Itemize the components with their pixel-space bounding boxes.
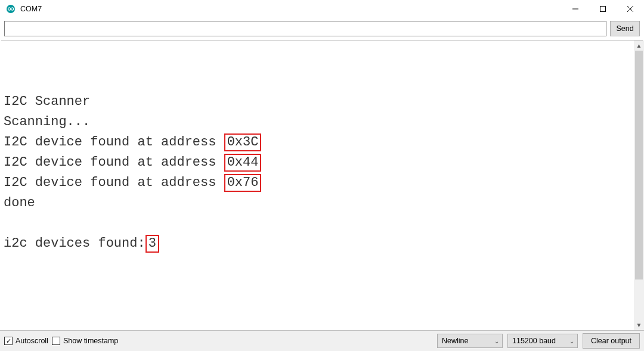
highlight-box: 0x3C [224, 133, 262, 151]
scroll-track[interactable] [634, 51, 644, 320]
titlebar: COM7 [0, 0, 644, 18]
clear-output-button[interactable]: Clear output [583, 333, 640, 349]
output-line: done [4, 193, 634, 213]
output-line: I2C device found at address 0x44 [4, 153, 634, 173]
output-line: I2C device found at address 0x76 [4, 173, 634, 193]
serial-output: I2C ScannerScanning...I2C device found a… [0, 41, 634, 330]
serial-monitor-window: COM7 Send I2C ScannerScanning...I2C devi… [0, 0, 644, 351]
output-line: i2c devices found:3 [4, 234, 634, 254]
autoscroll-label: Autoscroll [16, 337, 48, 345]
serial-input[interactable] [4, 21, 606, 36]
input-row: Send [0, 18, 644, 40]
maximize-button[interactable] [589, 0, 617, 18]
baud-rate-value: 115200 baud [512, 337, 556, 345]
timestamp-label: Show timestamp [63, 337, 118, 345]
baud-rate-select[interactable]: 115200 baud ⌄ [507, 334, 578, 348]
scroll-down-icon[interactable]: ▼ [634, 320, 644, 330]
highlight-box: 3 [145, 235, 159, 253]
highlight-box: 0x44 [224, 154, 262, 172]
line-ending-value: Newline [442, 337, 468, 345]
output-line: I2C device found at address 0x3C [4, 132, 634, 153]
output-text: I2C device found at address [4, 175, 224, 190]
output-line [4, 72, 634, 92]
vertical-scrollbar[interactable]: ▲ ▼ [634, 41, 644, 330]
chevron-down-icon: ⌄ [569, 338, 574, 344]
output-text: I2C device found at address [4, 135, 224, 150]
bottom-toolbar: Autoscroll Show timestamp Newline ⌄ 1152… [0, 331, 644, 351]
send-button[interactable]: Send [610, 21, 640, 36]
highlight-box: 0x76 [224, 174, 262, 192]
svg-rect-2 [600, 7, 606, 12]
arduino-icon [6, 4, 16, 14]
chevron-down-icon: ⌄ [494, 338, 499, 344]
output-text: I2C device found at address [4, 155, 224, 170]
scroll-thumb[interactable] [635, 51, 643, 279]
checkbox-icon [52, 337, 60, 345]
line-ending-select[interactable]: Newline ⌄ [437, 334, 503, 348]
output-text: i2c devices found: [4, 236, 145, 251]
checkbox-icon [4, 337, 13, 345]
output-line [4, 213, 634, 234]
minimize-button[interactable] [562, 0, 589, 18]
bottom-left-group: Autoscroll Show timestamp [4, 337, 118, 345]
output-area: I2C ScannerScanning...I2C device found a… [0, 41, 644, 330]
close-button[interactable] [617, 0, 644, 18]
output-line: Scanning... [4, 112, 634, 132]
autoscroll-checkbox[interactable]: Autoscroll [4, 337, 48, 345]
scroll-up-icon[interactable]: ▲ [634, 41, 644, 51]
output-line: I2C Scanner [4, 92, 634, 112]
window-title: COM7 [20, 5, 42, 13]
show-timestamp-checkbox[interactable]: Show timestamp [52, 337, 118, 345]
